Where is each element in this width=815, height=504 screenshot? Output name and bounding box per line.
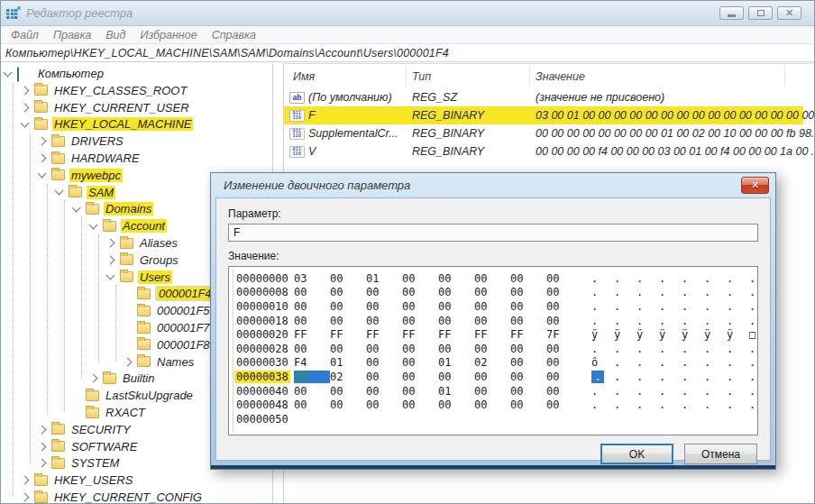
hex-ascii[interactable]: .	[727, 272, 749, 285]
hex-ascii[interactable]: .	[614, 399, 636, 411]
hex-byte[interactable]: FF	[402, 328, 438, 341]
hex-ascii[interactable]: .	[704, 300, 727, 313]
hex-byte[interactable]: 01	[438, 356, 474, 369]
maximize-button[interactable]	[748, 6, 773, 20]
hex-ascii[interactable]: .	[591, 343, 614, 355]
hex-ascii[interactable]: ÿ	[727, 328, 749, 341]
hex-byte[interactable]: 02	[474, 356, 510, 369]
hex-ascii[interactable]: .	[636, 399, 659, 411]
hex-byte[interactable]: 00	[546, 286, 582, 298]
hex-byte[interactable]: 00	[474, 286, 510, 298]
hex-ascii[interactable]: ÿ	[682, 328, 704, 341]
hex-byte[interactable]: 00	[510, 371, 546, 383]
hex-byte[interactable]: FF	[438, 328, 474, 341]
hex-byte[interactable]: FF	[294, 328, 330, 341]
hex-ascii[interactable]: .	[704, 371, 727, 383]
menu-item-0[interactable]: Файл	[4, 29, 46, 41]
hex-byte[interactable]: FF	[330, 328, 366, 341]
hex-byte[interactable]: 00	[294, 315, 330, 327]
hex-byte[interactable]: 00	[474, 315, 510, 327]
menu-item-2[interactable]: Вид	[98, 29, 133, 41]
hex-byte[interactable]: 00	[366, 286, 402, 298]
hex-byte[interactable]: 00	[402, 343, 438, 355]
menu-item-1[interactable]: Правка	[46, 29, 98, 41]
hex-byte[interactable]: 00	[402, 356, 438, 369]
hex-ascii[interactable]: .	[749, 343, 758, 355]
hex-ascii[interactable]: .	[636, 356, 659, 369]
hex-ascii[interactable]: .	[727, 286, 749, 298]
hex-byte[interactable]: 00	[330, 272, 366, 285]
hex-ascii[interactable]: .	[614, 371, 636, 383]
chevron-right-icon[interactable]	[124, 357, 133, 366]
hex-byte[interactable]: 00	[366, 300, 402, 313]
hex-ascii[interactable]: .	[591, 286, 614, 298]
hex-ascii[interactable]: .	[704, 286, 727, 298]
hex-byte[interactable]: 02	[330, 371, 366, 383]
hex-byte[interactable]: 03	[294, 272, 330, 285]
close-button[interactable]: ✕	[777, 6, 801, 20]
hex-ascii[interactable]: .	[682, 356, 704, 369]
hex-byte[interactable]: 00	[438, 371, 474, 383]
hex-byte[interactable]: FF	[366, 328, 402, 341]
hex-byte[interactable]: 00	[474, 371, 510, 383]
hex-byte[interactable]: 00	[402, 385, 438, 398]
chevron-right-icon[interactable]	[38, 425, 47, 434]
hex-ascii[interactable]: .	[727, 343, 749, 355]
hex-byte[interactable]: 00	[510, 272, 546, 285]
hex-byte[interactable]: 00	[402, 315, 438, 327]
column-separator[interactable]	[784, 66, 785, 87]
hex-ascii[interactable]: .	[704, 356, 727, 369]
hex-ascii[interactable]: .	[591, 300, 614, 313]
chevron-down-icon[interactable]	[106, 271, 115, 280]
hex-ascii[interactable]: .	[704, 385, 727, 398]
hex-ascii[interactable]: .	[749, 300, 758, 313]
param-value-field[interactable]: F	[228, 224, 758, 242]
hex-ascii[interactable]: .	[749, 315, 758, 327]
hex-ascii[interactable]: .	[727, 399, 749, 411]
hex-ascii[interactable]: ÿ	[636, 328, 659, 341]
value-row-[interactable]: ab(По умолчанию)REG_SZ(значение не присв…	[284, 88, 814, 106]
hex-byte[interactable]: 00	[546, 399, 582, 411]
hex-byte[interactable]: 00	[330, 385, 366, 398]
column-header-name[interactable]: Имя	[284, 70, 412, 83]
hex-ascii[interactable]: ÿ	[614, 328, 636, 341]
hex-byte[interactable]: 00	[402, 272, 438, 285]
chevron-down-icon[interactable]	[38, 170, 47, 179]
hex-ascii[interactable]: .	[704, 343, 727, 355]
hex-byte[interactable]: 00	[474, 300, 510, 313]
chevron-right-icon[interactable]	[106, 255, 115, 264]
hex-ascii-selected[interactable]: .	[591, 371, 604, 383]
hex-ascii[interactable]: ô	[591, 356, 614, 369]
tree-item-DRIVERS[interactable]: DRIVERS	[1, 133, 272, 150]
chevron-down-icon[interactable]	[4, 68, 13, 77]
hex-byte[interactable]: 00	[438, 315, 474, 327]
hex-ascii[interactable]: .	[659, 286, 682, 298]
hex-byte[interactable]: 00	[546, 356, 582, 369]
hex-ascii[interactable]: .	[636, 286, 659, 298]
hex-byte[interactable]: 01	[366, 272, 402, 285]
chevron-down-icon[interactable]	[89, 220, 98, 229]
hex-ascii[interactable]: .	[636, 371, 659, 383]
hex-ascii[interactable]: .	[614, 315, 636, 327]
hex-ascii[interactable]: .	[591, 272, 614, 285]
tree-item-Компьютер[interactable]: Компьютер	[1, 65, 272, 82]
hex-ascii[interactable]: .	[749, 399, 758, 411]
hex-byte[interactable]: 00	[546, 385, 582, 398]
hex-ascii[interactable]: .	[704, 315, 727, 327]
hex-byte[interactable]: 00	[294, 300, 330, 313]
hex-ascii[interactable]: .	[636, 343, 659, 355]
hex-byte[interactable]: 00	[510, 286, 546, 298]
hex-byte[interactable]: 00	[510, 300, 546, 313]
hex-ascii[interactable]: .	[749, 385, 758, 398]
hex-byte[interactable]: 00	[366, 371, 402, 383]
hex-byte[interactable]: 00	[474, 272, 510, 285]
hex-byte[interactable]: 00	[546, 272, 582, 285]
hex-ascii[interactable]: .	[727, 300, 749, 313]
hex-byte[interactable]: 7F	[546, 328, 582, 341]
hex-byte[interactable]: 00	[366, 315, 402, 327]
hex-byte[interactable]: 00	[366, 356, 402, 369]
column-header-value[interactable]: Значение	[536, 70, 814, 83]
hex-byte[interactable]: 00	[330, 286, 366, 298]
hex-ascii[interactable]: .	[682, 300, 704, 313]
hex-ascii[interactable]: .	[749, 272, 758, 285]
